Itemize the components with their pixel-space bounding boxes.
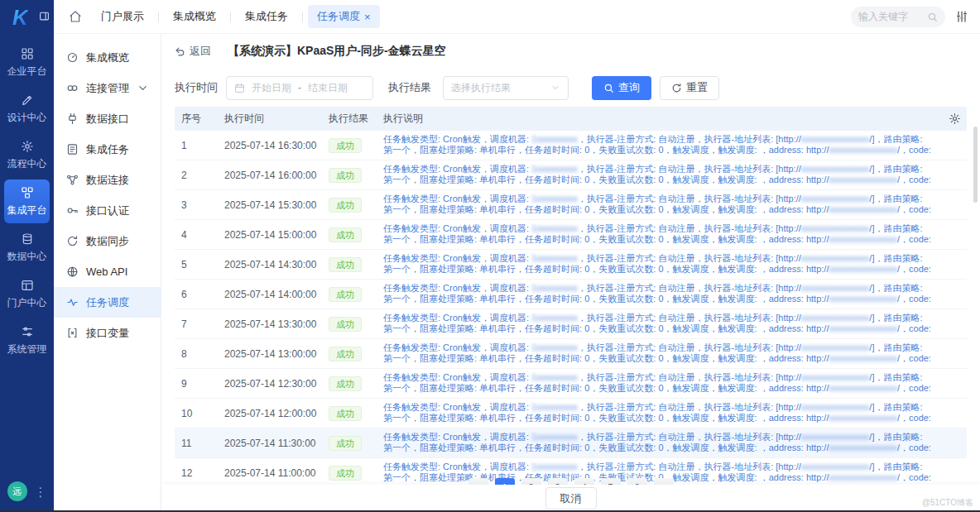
date-range-input[interactable]: 开始日期 - 结束日期 bbox=[226, 76, 373, 100]
reset-button[interactable]: 重置 bbox=[660, 76, 719, 100]
rail-item-label: 数据中心 bbox=[7, 250, 47, 264]
rail-item-portal[interactable]: 门户中心 bbox=[4, 272, 50, 316]
masked-text: 1xxxxxxxxx bbox=[531, 432, 578, 442]
back-label: 返回 bbox=[190, 44, 211, 59]
sidebar-item[interactable]: 连接管理 bbox=[54, 73, 161, 103]
rail-item-label: 企业平台 bbox=[7, 65, 47, 79]
chevron-down-icon bbox=[137, 82, 149, 94]
row-result: 成功 bbox=[322, 406, 377, 421]
right-pane: 门户展示集成概览集成任务任务调度× 集成概览连接管理数据接口集成任务数据连接接口… bbox=[54, 0, 980, 512]
table-row[interactable]: 42025-07-14 15:00:00成功任务触发类型: Cron触发，调度机… bbox=[175, 220, 967, 250]
col-time: 执行时间 bbox=[218, 112, 322, 126]
desc-text: 任务触发类型: Cron触发，调度机器: bbox=[383, 223, 531, 233]
home-icon[interactable] bbox=[69, 10, 82, 23]
table-row[interactable]: 22025-07-14 16:00:00成功任务触发类型: Cron触发，调度机… bbox=[175, 160, 967, 190]
table-row[interactable]: 72025-07-14 13:30:00成功任务触发类型: Cron触发，调度机… bbox=[175, 309, 967, 339]
global-search[interactable] bbox=[851, 7, 945, 27]
sidebar-item[interactable]: 数据连接 bbox=[54, 165, 161, 195]
row-result: 成功 bbox=[322, 287, 377, 302]
top-nav-item[interactable]: 门户展示 bbox=[92, 5, 153, 28]
sidebar-item[interactable]: 接口认证 bbox=[54, 195, 161, 226]
desc-text: ，执行器-注册方式: 自动注册，执行器-地址列表: [http:// bbox=[578, 134, 801, 144]
rail-item-design[interactable]: 设计中心 bbox=[4, 87, 50, 131]
filter-sliders-icon[interactable] bbox=[955, 10, 968, 23]
table-row[interactable]: 52025-07-14 14:30:00成功任务触发类型: Cron触发，调度机… bbox=[175, 250, 967, 280]
top-nav-item[interactable]: 集成概览 bbox=[164, 5, 225, 28]
rail-item-data[interactable]: 数据中心 bbox=[4, 226, 50, 270]
search-input[interactable] bbox=[858, 11, 922, 22]
desc-text: 任务触发类型: Cron触发，调度机器: bbox=[383, 342, 531, 352]
row-time: 2025-07-14 12:00:00 bbox=[218, 408, 322, 419]
top-nav-item[interactable]: 集成任务 bbox=[236, 5, 297, 28]
calendar-icon bbox=[234, 83, 245, 93]
table-row[interactable]: 92025-07-14 12:30:00成功任务触发类型: Cron触发，调度机… bbox=[175, 369, 967, 399]
result-select[interactable]: 选择执行结果 bbox=[443, 76, 569, 100]
more-dots-icon[interactable]: ⋮ bbox=[35, 486, 47, 498]
rail-item-grid[interactable]: 企业平台 bbox=[4, 41, 50, 84]
content-area: 集成概览连接管理数据接口集成任务数据连接接口认证数据同步Web API任务调度接… bbox=[54, 34, 980, 512]
table-row[interactable]: 82025-07-14 13:00:00成功任务触发类型: Cron触发，调度机… bbox=[175, 339, 967, 369]
rail-item-label: 流程中心 bbox=[7, 157, 47, 171]
data-icon bbox=[21, 232, 34, 246]
desc-text: 任务触发类型: Cron触发，调度机器: bbox=[383, 194, 531, 203]
masked-text: xxxxxxxxxxxxxxx bbox=[801, 342, 870, 352]
sidebar-item[interactable]: Web API bbox=[54, 256, 161, 287]
search-button[interactable]: 查询 bbox=[592, 76, 651, 100]
row-time: 2025-07-14 15:30:00 bbox=[218, 199, 322, 211]
cancel-button[interactable]: 取消 bbox=[545, 487, 597, 510]
chevron-down-icon bbox=[550, 83, 560, 93]
row-description: 任务触发类型: Cron触发，调度机器: 1xxxxxxxxx，执行器-注册方式… bbox=[377, 134, 939, 157]
sidebar-item-label: 数据连接 bbox=[86, 173, 129, 188]
avatar[interactable]: 远 bbox=[7, 481, 27, 501]
desc-text: 任务触发类型: Cron触发，调度机器: bbox=[383, 164, 531, 174]
row-index: 5 bbox=[175, 259, 218, 270]
sidebar-item[interactable]: 数据同步 bbox=[54, 226, 161, 256]
desc-text: ，执行器-注册方式: 自动注册，执行器-地址列表: [http:// bbox=[578, 462, 801, 471]
sidebar-item[interactable]: 接口变量 bbox=[54, 318, 161, 348]
table-row[interactable]: 12025-07-14 16:30:00成功任务触发类型: Cron触发，调度机… bbox=[175, 131, 967, 160]
top-nav-item[interactable]: 任务调度× bbox=[308, 5, 380, 28]
search-icon bbox=[927, 12, 938, 22]
table-row[interactable]: 112025-07-14 11:30:00成功任务触发类型: Cron触发，调度… bbox=[175, 428, 967, 458]
desc-text: 任务触发类型: Cron触发，调度机器: bbox=[383, 462, 531, 471]
row-time: 2025-07-14 15:00:00 bbox=[218, 229, 322, 241]
collapse-panel-icon[interactable] bbox=[39, 11, 50, 22]
sidebar-item[interactable]: 任务调度 bbox=[54, 287, 161, 318]
rail-item-system[interactable]: 系统管理 bbox=[4, 318, 50, 362]
refresh-icon bbox=[671, 83, 682, 93]
scrollbar-thumb[interactable] bbox=[973, 127, 978, 203]
back-arrow-icon bbox=[175, 46, 185, 57]
table-row[interactable]: 32025-07-14 15:30:00成功任务触发类型: Cron触发，调度机… bbox=[175, 190, 967, 220]
desc-text: ，执行器-注册方式: 自动注册，执行器-地址列表: [http:// bbox=[578, 194, 801, 203]
app: K 企业平台设计中心流程中心集成平台数据中心门户中心系统管理 远 ⋮ 门户展示集… bbox=[0, 0, 980, 512]
column-settings-gear-icon[interactable] bbox=[949, 112, 961, 125]
row-index: 6 bbox=[175, 289, 218, 300]
sidebar-item[interactable]: 集成任务 bbox=[54, 134, 161, 165]
row-description: 任务触发类型: Cron触发，调度机器: 1xxxxxxxxx，执行器-注册方式… bbox=[377, 432, 939, 455]
back-button[interactable]: 返回 bbox=[175, 44, 211, 59]
desc-text: 任务触发类型: Cron触发，调度机器: bbox=[383, 283, 531, 293]
row-time: 2025-07-14 14:30:00 bbox=[218, 259, 322, 270]
sidebar-item[interactable]: 数据接口 bbox=[54, 103, 161, 134]
rail-item-flow[interactable]: 流程中心 bbox=[4, 133, 50, 177]
rail-item-integration[interactable]: 集成平台 bbox=[4, 179, 50, 223]
table-row[interactable]: 102025-07-14 12:00:00成功任务触发类型: Cron触发，调度… bbox=[175, 399, 967, 428]
row-result: 成功 bbox=[322, 347, 377, 361]
status-badge: 成功 bbox=[329, 168, 362, 183]
sidebar-item[interactable]: 集成概览 bbox=[54, 42, 161, 73]
date-end-placeholder[interactable]: 结束日期 bbox=[308, 81, 348, 95]
row-description: 任务触发类型: Cron触发，调度机器: 1xxxxxxxxx，执行器-注册方式… bbox=[377, 223, 939, 246]
desc-text: ，执行器-注册方式: 自动注册，执行器-地址列表: [http:// bbox=[578, 253, 801, 263]
result-select-placeholder: 选择执行结果 bbox=[451, 81, 511, 95]
masked-text: 1xxxxxxxxx bbox=[531, 253, 578, 263]
close-icon[interactable]: × bbox=[364, 12, 371, 22]
date-separator: - bbox=[298, 82, 301, 93]
sidebar-menu: 集成概览连接管理数据接口集成任务数据连接接口认证数据同步Web API任务调度接… bbox=[54, 42, 161, 348]
left-rail: K 企业平台设计中心流程中心集成平台数据中心门户中心系统管理 远 ⋮ bbox=[0, 0, 54, 512]
table-row[interactable]: 62025-07-14 14:00:00成功任务触发类型: Cron触发，调度机… bbox=[175, 280, 967, 309]
row-result: 成功 bbox=[322, 138, 377, 153]
date-start-placeholder[interactable]: 开始日期 bbox=[252, 81, 291, 95]
tasks-icon bbox=[66, 143, 79, 156]
gauge-icon bbox=[66, 51, 79, 64]
masked-text: xxxxxxxxxxxxxxx bbox=[829, 145, 897, 155]
